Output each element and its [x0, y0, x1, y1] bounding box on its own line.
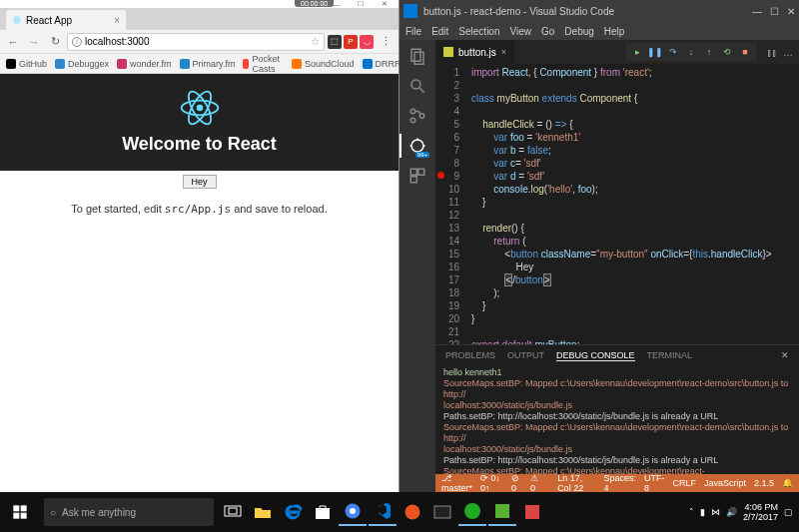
restart-icon[interactable]: ⟲ — [721, 46, 733, 58]
debug-toolbar[interactable]: ▸ ❚❚ ↷ ↓ ↑ ⟲ ■ — [625, 43, 757, 61]
code-source[interactable]: import React, { Component } from 'react'… — [465, 64, 799, 344]
task-view-icon[interactable] — [219, 498, 247, 526]
svg-line-11 — [419, 88, 424, 93]
menu-view[interactable]: View — [510, 26, 532, 37]
explorer-icon[interactable] — [407, 46, 427, 66]
pocket-icon[interactable]: ◡ — [360, 35, 374, 49]
editor-tab[interactable]: button.js × — [435, 40, 515, 64]
bookmark-github[interactable]: GitHub — [6, 59, 47, 69]
hey-button[interactable]: Hey — [183, 175, 217, 189]
bookmarks-bar: GitHub Debuggex wonder.fm Primary.fm Poc… — [0, 54, 399, 74]
action-center-icon[interactable]: ▢ — [784, 507, 793, 517]
hero: Welcome to React — [0, 74, 399, 171]
app2-icon[interactable] — [518, 498, 546, 526]
activity-bar: 99+ — [400, 40, 435, 492]
volume-icon[interactable]: 🔊 — [726, 507, 737, 517]
panel: PROBLEMS OUTPUT DEBUG CONSOLE TERMINAL ✕… — [435, 344, 799, 474]
reload-button[interactable]: ↻ — [46, 33, 64, 51]
tab-close-icon[interactable]: × — [501, 47, 506, 57]
bookmark-primary[interactable]: Primary.fm — [180, 59, 236, 69]
more-actions-icon[interactable]: … — [783, 47, 793, 58]
panel-tab-terminal[interactable]: TERMINAL — [647, 350, 693, 360]
ubuntu-icon[interactable] — [399, 498, 426, 526]
tray-chevron-icon[interactable]: ˄ — [689, 507, 694, 517]
vscode-taskbar-icon[interactable] — [369, 498, 397, 526]
tab-filename: button.js — [458, 47, 496, 58]
maximize-button[interactable]: ☐ — [770, 6, 779, 17]
pinterest-icon[interactable]: P — [344, 35, 358, 49]
scm-icon[interactable] — [407, 106, 427, 126]
app-icon[interactable] — [458, 498, 486, 526]
extension-icon[interactable]: ⬚ — [328, 35, 342, 49]
panel-close-icon[interactable]: ✕ — [781, 350, 789, 360]
tab-close-icon[interactable]: × — [114, 15, 120, 26]
store-icon[interactable] — [309, 498, 337, 526]
encoding[interactable]: UTF-8 — [644, 473, 665, 493]
debuggex-icon — [55, 59, 65, 69]
extensions-icon[interactable] — [407, 166, 427, 186]
continue-icon[interactable]: ▸ — [631, 46, 643, 58]
forward-button[interactable]: → — [25, 33, 43, 51]
wonder-icon — [117, 59, 127, 69]
debug-console-output[interactable]: hello kenneth1SourceMaps.setBP: Mapped c… — [435, 365, 799, 474]
menu-edit[interactable]: Edit — [431, 26, 448, 37]
clock[interactable]: 4:06 PM 2/7/2017 — [743, 502, 778, 522]
step-into-icon[interactable]: ↓ — [685, 46, 697, 58]
cursor-position[interactable]: Ln 17, Col 22 — [557, 473, 595, 493]
split-editor-icon[interactable]: ⫿⫿ — [767, 47, 777, 58]
maximize-button[interactable]: ☐ — [349, 0, 373, 8]
bookmark-debuggex[interactable]: Debuggex — [55, 59, 109, 69]
terminal-icon[interactable] — [428, 498, 456, 526]
pause-icon[interactable]: ❚❚ — [649, 46, 661, 58]
panel-tab-output[interactable]: OUTPUT — [507, 350, 544, 360]
edge-icon[interactable] — [279, 498, 307, 526]
menu-help[interactable]: Help — [604, 26, 625, 37]
git-branch[interactable]: ⎇ master* — [441, 473, 472, 493]
svg-rect-17 — [418, 169, 424, 175]
stop-icon[interactable]: ■ — [739, 46, 751, 58]
debug-icon[interactable]: 99+ — [407, 136, 427, 156]
code-editor[interactable]: 12345678910111213141516171819202122 impo… — [435, 64, 799, 344]
chrome-menu-icon[interactable]: ⋮ — [377, 33, 395, 51]
start-button[interactable] — [0, 492, 40, 532]
panel-tabs: PROBLEMS OUTPUT DEBUG CONSOLE TERMINAL ✕ — [435, 345, 799, 365]
panel-tab-debug-console[interactable]: DEBUG CONSOLE — [556, 350, 635, 361]
minimize-button[interactable]: — — [752, 6, 762, 17]
status-warnings[interactable]: ⚠ 0 — [530, 473, 541, 493]
step-over-icon[interactable]: ↷ — [667, 46, 679, 58]
back-button[interactable]: ← — [4, 33, 22, 51]
battery-icon[interactable]: ▮ — [700, 507, 705, 517]
bookmark-pocketcasts[interactable]: Pocket Casts — [243, 54, 284, 74]
status-bar: ⎇ master* ⟳ 0↓ 0↑ ⊘ 0 ⚠ 0 Ln 17, Col 22 … — [435, 474, 799, 492]
js-file-icon — [443, 47, 453, 57]
bookmark-soundcloud[interactable]: SoundCloud — [292, 59, 355, 69]
cortana-search[interactable]: ○ Ask me anything — [44, 498, 214, 526]
menu-go[interactable]: Go — [541, 26, 554, 37]
close-button[interactable]: ✕ — [787, 6, 795, 17]
bookmark-star-icon[interactable]: ☆ — [311, 36, 320, 47]
file-explorer-icon[interactable] — [249, 498, 277, 526]
status-errors[interactable]: ⊘ 0 — [511, 473, 522, 493]
line-gutter[interactable]: 12345678910111213141516171819202122 — [435, 64, 465, 344]
notifications-icon[interactable]: 🔔 — [782, 478, 793, 488]
git-sync[interactable]: ⟳ 0↓ 0↑ — [480, 473, 503, 493]
camtasia-icon[interactable] — [488, 498, 516, 526]
language-mode[interactable]: JavaScript — [704, 478, 746, 488]
menu-selection[interactable]: Selection — [458, 26, 499, 37]
bookmark-wonder[interactable]: wonder.fm — [117, 59, 172, 69]
wifi-icon[interactable]: ⋈ — [711, 507, 720, 517]
indentation[interactable]: Spaces: 4 — [603, 473, 636, 493]
omnibox[interactable]: i localhost:3000 ☆ — [67, 33, 325, 51]
soundcloud-icon — [292, 59, 302, 69]
panel-tab-problems[interactable]: PROBLEMS — [445, 350, 495, 360]
close-button[interactable]: ✕ — [373, 0, 397, 8]
eol[interactable]: CRLF — [672, 478, 696, 488]
site-info-icon[interactable]: i — [72, 37, 82, 47]
chrome-taskbar-icon[interactable] — [339, 498, 367, 526]
menu-debug[interactable]: Debug — [564, 26, 593, 37]
browser-tab[interactable]: React App × — [6, 10, 126, 30]
menu-file[interactable]: File — [405, 26, 421, 37]
step-out-icon[interactable]: ↑ — [703, 46, 715, 58]
extension-version[interactable]: 2.1.5 — [754, 478, 774, 488]
search-icon[interactable] — [407, 76, 427, 96]
